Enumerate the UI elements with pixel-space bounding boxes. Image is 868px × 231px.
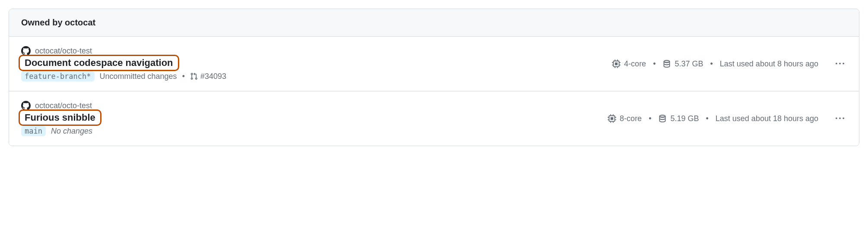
last-used-text: Last used about 8 hours ago (720, 59, 818, 69)
database-icon (658, 114, 667, 123)
codespace-row: octocat/octo-test Furious snibble main N… (9, 91, 859, 146)
cpu-icon (612, 59, 621, 68)
machine-stat: 8-core (608, 114, 642, 123)
storage-text: 5.37 GB (675, 59, 703, 69)
separator-dot: • (653, 59, 656, 69)
pr-link[interactable]: #34093 (190, 72, 226, 81)
codespace-info: octocat/octo-test Furious snibble main N… (21, 101, 99, 136)
last-used-text: Last used about 18 hours ago (716, 114, 818, 123)
separator-dot: • (706, 114, 709, 123)
codespace-stats: 8-core • 5.19 GB • Last used about 18 ho… (608, 112, 847, 125)
database-icon (662, 59, 671, 68)
machine-text: 4-core (624, 59, 646, 69)
repo-line: octocat/octo-test (21, 46, 226, 56)
codespace-title-link[interactable]: Document codespace navigation (21, 56, 177, 70)
changes-text: No changes (51, 127, 92, 136)
codespace-stats: 4-core • 5.37 GB • Last used about 8 hou… (612, 57, 847, 71)
codespace-title-link[interactable]: Furious snibble (21, 110, 99, 125)
pr-number: #34093 (200, 72, 226, 81)
changes-text: Uncommitted changes (100, 72, 177, 81)
owner-title: Owned by octocat (21, 18, 847, 28)
owner-header: Owned by octocat (9, 9, 859, 37)
codespace-row: octocat/octo-test Document codespace nav… (9, 37, 859, 91)
repo-name[interactable]: octocat/octo-test (35, 47, 92, 56)
kebab-horizontal-icon (836, 114, 844, 123)
codespace-meta: main No changes (21, 126, 99, 136)
kebab-horizontal-icon (836, 59, 844, 68)
octocat-avatar-icon (21, 101, 31, 110)
separator-dot: • (182, 72, 185, 81)
codespace-title-wrap: Furious snibble (21, 112, 99, 123)
separator-dot: • (649, 114, 651, 123)
codespace-info: octocat/octo-test Document codespace nav… (21, 46, 226, 81)
machine-text: 8-core (620, 114, 642, 123)
codespace-meta: feature-branch* Uncommitted changes • #3… (21, 71, 226, 81)
repo-line: octocat/octo-test (21, 101, 99, 110)
storage-stat: 5.19 GB (658, 114, 699, 123)
branch-badge[interactable]: feature-branch* (21, 71, 95, 81)
octocat-avatar-icon (21, 46, 31, 56)
codespace-title-wrap: Document codespace navigation (21, 57, 177, 69)
storage-text: 5.19 GB (670, 114, 699, 123)
codespace-actions-menu-button[interactable] (833, 57, 847, 71)
branch-badge[interactable]: main (21, 126, 46, 136)
repo-name[interactable]: octocat/octo-test (35, 101, 92, 110)
separator-dot: • (710, 59, 713, 69)
cpu-icon (608, 114, 616, 123)
machine-stat: 4-core (612, 59, 646, 69)
codespace-actions-menu-button[interactable] (833, 112, 847, 125)
git-pull-request-icon (190, 72, 198, 80)
codespaces-list: Owned by octocat octocat/octo-test Docum… (9, 9, 859, 146)
storage-stat: 5.37 GB (662, 59, 703, 69)
